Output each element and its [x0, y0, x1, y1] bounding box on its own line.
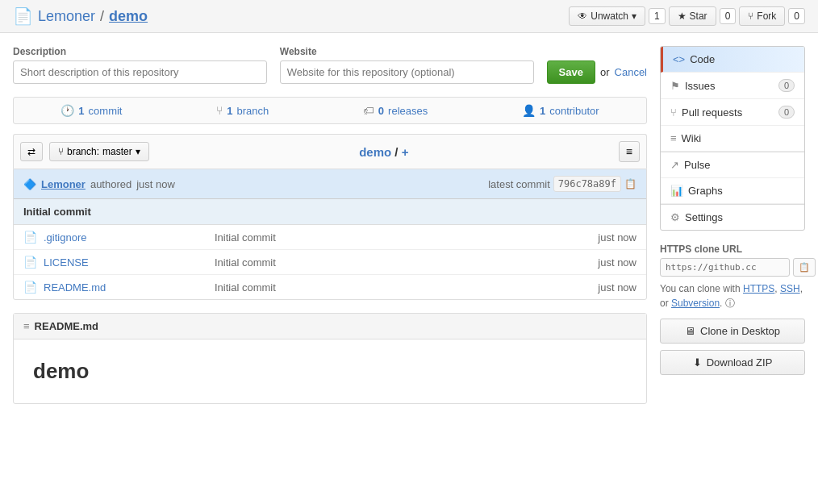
sidebar-item-wiki[interactable]: ≡ Wiki	[661, 126, 804, 152]
commit-hash-area: latest commit 796c78a89f 📋	[488, 176, 636, 192]
sidebar-item-code[interactable]: <> Code	[661, 47, 804, 73]
file-name-0[interactable]: .gitignore	[44, 231, 205, 244]
table-row: 📄 LICENSE Initial commit just now	[14, 250, 646, 275]
branch-bar-left: ⇄ ⑂ branch: master ▾	[20, 142, 149, 161]
file-commit-2: Initial commit	[205, 281, 598, 294]
branch-path-repo[interactable]: demo	[359, 145, 391, 159]
sidebar: <> Code ⚑ Issues 0 ⑂ Pull requests 0 ≡ W…	[660, 46, 805, 404]
clone-copy-button[interactable]: 📋	[793, 258, 816, 277]
file-time-2: just now	[598, 281, 636, 294]
fork-button[interactable]: ⑂ Fork	[739, 6, 785, 26]
commit-avatar-icon: 🔷	[23, 178, 36, 190]
refresh-button[interactable]: ⇄	[20, 142, 43, 161]
repo-title: 📄 Lemoner / demo	[13, 6, 148, 26]
clone-description: You can clone with HTTPS, SSH, or Subver…	[660, 281, 805, 310]
sidebar-nav: <> Code ⚑ Issues 0 ⑂ Pull requests 0 ≡ W…	[660, 46, 805, 231]
wiki-icon: ≡	[670, 132, 677, 144]
file-icon-2: 📄	[23, 281, 37, 294]
unwatch-icon: 👁	[578, 10, 587, 22]
download-zip-icon: ⬇	[693, 356, 702, 369]
commits-icon: 🕐	[61, 104, 74, 117]
description-section: Description Website Save or Cancel	[13, 46, 647, 84]
sidebar-item-settings[interactable]: ⚙ Settings	[661, 204, 804, 230]
branches-count: 1	[227, 105, 232, 117]
commit-header: 🔷 Lemoner authored just now latest commi…	[14, 169, 646, 199]
graphs-icon: 📊	[670, 185, 683, 197]
settings-icon: ⚙	[670, 211, 680, 223]
clone-desktop-icon: 🖥	[685, 325, 695, 337]
stats-bar: 🕐 1 commit ⑂ 1 branch 🏷 0 releases 👤 1 c…	[13, 97, 647, 124]
issues-icon: ⚑	[670, 80, 680, 92]
sidebar-item-pull-requests[interactable]: ⑂ Pull requests 0	[661, 99, 804, 126]
clone-help-icon[interactable]: ⓘ	[725, 298, 735, 309]
header-actions: 👁 Unwatch ▾ 1 ★ Star 0 ⑂ Fork 0	[569, 6, 805, 26]
star-label: Star	[690, 10, 707, 22]
releases-stat[interactable]: 🏷 0 releases	[363, 104, 428, 117]
commit-author-link[interactable]: Lemoner	[41, 178, 86, 190]
unwatch-button[interactable]: 👁 Unwatch ▾	[569, 6, 645, 26]
readme-body: demo	[14, 339, 646, 403]
branches-icon: ⑂	[216, 104, 223, 117]
clone-https-link[interactable]: HTTPS	[743, 283, 774, 294]
or-text: or	[600, 66, 610, 78]
commits-stat[interactable]: 🕐 1 commit	[61, 104, 122, 117]
readme-section: ≡ README.md demo	[13, 313, 647, 404]
file-icon-0: 📄	[23, 231, 37, 244]
clone-url-input[interactable]	[660, 258, 790, 277]
wiki-label: Wiki	[682, 132, 795, 144]
copy-hash-icon[interactable]: 📋	[624, 178, 636, 190]
branches-stat[interactable]: ⑂ 1 branch	[216, 104, 269, 117]
branch-bar: ⇄ ⑂ branch: master ▾ demo / + ≡	[13, 134, 647, 169]
star-icon: ★	[678, 10, 687, 22]
sidebar-item-pulse[interactable]: ↗ Pulse	[661, 152, 804, 178]
graphs-label: Graphs	[688, 185, 795, 197]
list-view-icon: ≡	[626, 145, 632, 158]
content-area: Description Website Save or Cancel 🕐 1 c…	[13, 46, 647, 404]
website-label: Website	[280, 46, 534, 57]
refresh-icon: ⇄	[27, 146, 35, 157]
download-zip-button[interactable]: ⬇ Download ZIP	[660, 350, 805, 375]
contributors-label: contributor	[549, 105, 599, 117]
cancel-link[interactable]: Cancel	[615, 66, 647, 78]
file-name-2[interactable]: README.md	[44, 281, 205, 294]
clone-desktop-button[interactable]: 🖥 Clone in Desktop	[660, 319, 805, 344]
commit-hash-label: latest commit	[488, 178, 550, 190]
save-button[interactable]: Save	[547, 60, 595, 84]
website-field: Website	[280, 46, 534, 84]
branch-selector[interactable]: ⑂ branch: master ▾	[49, 142, 149, 161]
repo-name-link[interactable]: demo	[109, 8, 148, 25]
save-cancel-area: Save or Cancel	[547, 60, 647, 84]
branch-path-sep: /	[394, 145, 401, 159]
table-row: 📄 README.md Initial commit just now	[14, 275, 646, 299]
website-input[interactable]	[280, 60, 534, 84]
sidebar-item-issues[interactable]: ⚑ Issues 0	[661, 73, 804, 99]
clone-ssh-link[interactable]: SSH	[780, 283, 800, 294]
file-name-1[interactable]: LICENSE	[44, 256, 205, 269]
branch-dropdown-icon: ▾	[136, 146, 140, 157]
branch-path-add[interactable]: +	[402, 145, 409, 159]
readme-title: README.md	[35, 320, 98, 332]
clone-desktop-label: Clone in Desktop	[700, 325, 780, 337]
clone-subversion-link[interactable]: Subversion	[671, 298, 720, 309]
commit-meta-left: 🔷 Lemoner authored just now	[23, 178, 175, 190]
releases-count: 0	[378, 105, 384, 117]
repo-owner-link[interactable]: Lemoner	[38, 8, 95, 25]
unwatch-label: Unwatch	[591, 10, 628, 22]
commit-time: just now	[136, 178, 175, 190]
branches-label: branch	[236, 105, 269, 117]
star-button[interactable]: ★ Star	[669, 6, 716, 26]
list-view-button[interactable]: ≡	[619, 141, 640, 162]
unwatch-dropdown-icon: ▾	[632, 10, 636, 22]
clone-copy-icon: 📋	[799, 262, 810, 272]
description-input[interactable]	[13, 60, 267, 84]
commit-action: authored	[90, 178, 131, 190]
clone-url-box: 📋	[660, 258, 805, 277]
fork-label: Fork	[757, 10, 776, 22]
contributors-count: 1	[540, 105, 545, 117]
file-time-1: just now	[598, 256, 636, 269]
readme-icon: ≡	[23, 320, 30, 332]
sidebar-item-graphs[interactable]: 📊 Graphs	[661, 178, 804, 204]
contributors-stat[interactable]: 👤 1 contributor	[522, 104, 599, 117]
pull-requests-label: Pull requests	[682, 106, 778, 119]
issues-label: Issues	[685, 80, 778, 92]
